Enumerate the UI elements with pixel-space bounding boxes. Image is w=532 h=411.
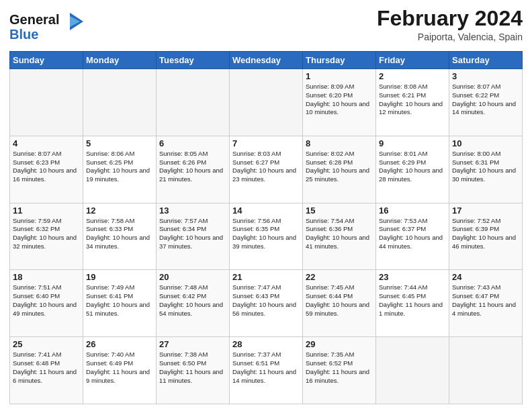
day-info: Sunrise: 7:44 AM Sunset: 6:45 PM Dayligh… — [379, 283, 446, 318]
day-number: 16 — [379, 205, 446, 216]
day-info: Sunrise: 8:09 AM Sunset: 6:20 PM Dayligh… — [306, 83, 373, 117]
header: General Blue February 2024 Paiporta, Val… — [9, 7, 523, 47]
day-number: 7 — [232, 138, 300, 148]
calendar-cell: 13Sunrise: 7:57 AM Sunset: 6:34 PM Dayli… — [157, 203, 230, 270]
calendar-cell: 24Sunrise: 7:43 AM Sunset: 6:47 PM Dayli… — [449, 270, 523, 337]
day-number: 10 — [452, 138, 519, 148]
day-info: Sunrise: 7:49 AM Sunset: 6:41 PM Dayligh… — [86, 283, 153, 318]
weekday-header: Monday — [83, 52, 157, 69]
calendar-cell: 6Sunrise: 8:05 AM Sunset: 6:26 PM Daylig… — [157, 136, 230, 203]
weekday-header: Tuesday — [157, 52, 230, 69]
day-info: Sunrise: 7:41 AM Sunset: 6:48 PM Dayligh… — [13, 351, 80, 385]
day-info: Sunrise: 7:43 AM Sunset: 6:47 PM Dayligh… — [452, 283, 519, 318]
calendar-cell: 28Sunrise: 7:37 AM Sunset: 6:51 PM Dayli… — [230, 337, 303, 404]
calendar-cell: 3Sunrise: 8:07 AM Sunset: 6:22 PM Daylig… — [449, 69, 523, 136]
day-info: Sunrise: 7:35 AM Sunset: 6:52 PM Dayligh… — [306, 351, 373, 385]
day-info: Sunrise: 7:45 AM Sunset: 6:44 PM Dayligh… — [306, 283, 373, 318]
calendar-cell: 10Sunrise: 8:00 AM Sunset: 6:31 PM Dayli… — [449, 136, 523, 203]
calendar-table: SundayMondayTuesdayWednesdayThursdayFrid… — [9, 51, 523, 404]
day-number: 26 — [86, 339, 153, 349]
calendar-cell — [83, 69, 157, 136]
day-info: Sunrise: 8:07 AM Sunset: 6:22 PM Dayligh… — [452, 83, 519, 117]
day-number: 21 — [232, 272, 300, 282]
day-info: Sunrise: 7:53 AM Sunset: 6:37 PM Dayligh… — [379, 217, 446, 251]
day-number: 4 — [13, 138, 80, 148]
day-info: Sunrise: 7:48 AM Sunset: 6:42 PM Dayligh… — [159, 283, 226, 318]
calendar-cell: 25Sunrise: 7:41 AM Sunset: 6:48 PM Dayli… — [10, 337, 83, 404]
calendar-cell — [157, 69, 230, 136]
logo-svg: General Blue — [9, 9, 83, 44]
weekday-header: Sunday — [10, 52, 83, 69]
calendar-cell: 11Sunrise: 7:59 AM Sunset: 6:32 PM Dayli… — [10, 203, 83, 270]
day-number: 6 — [159, 138, 226, 148]
weekday-header: Thursday — [303, 52, 376, 69]
day-number: 11 — [13, 205, 80, 216]
day-number: 25 — [13, 339, 80, 349]
day-number: 19 — [86, 272, 153, 282]
day-number: 15 — [306, 205, 373, 216]
calendar-cell: 2Sunrise: 8:08 AM Sunset: 6:21 PM Daylig… — [376, 69, 449, 136]
day-info: Sunrise: 7:54 AM Sunset: 6:36 PM Dayligh… — [306, 217, 373, 251]
calendar-cell: 29Sunrise: 7:35 AM Sunset: 6:52 PM Dayli… — [303, 337, 376, 404]
day-info: Sunrise: 8:05 AM Sunset: 6:26 PM Dayligh… — [159, 150, 226, 184]
day-info: Sunrise: 8:00 AM Sunset: 6:31 PM Dayligh… — [452, 150, 519, 184]
calendar-cell: 21Sunrise: 7:47 AM Sunset: 6:43 PM Dayli… — [230, 270, 303, 337]
main-title: February 2024 — [377, 7, 523, 30]
day-number: 8 — [306, 138, 373, 148]
calendar-week-row: 18Sunrise: 7:51 AM Sunset: 6:40 PM Dayli… — [10, 270, 523, 337]
logo-text: General Blue — [9, 9, 83, 47]
weekday-header: Wednesday — [230, 52, 303, 69]
day-number: 27 — [159, 339, 226, 349]
day-info: Sunrise: 7:47 AM Sunset: 6:43 PM Dayligh… — [232, 283, 300, 318]
day-info: Sunrise: 8:01 AM Sunset: 6:29 PM Dayligh… — [379, 150, 446, 184]
calendar-week-row: 11Sunrise: 7:59 AM Sunset: 6:32 PM Dayli… — [10, 203, 523, 270]
day-info: Sunrise: 7:57 AM Sunset: 6:34 PM Dayligh… — [159, 217, 226, 251]
calendar-cell: 5Sunrise: 8:06 AM Sunset: 6:25 PM Daylig… — [83, 136, 157, 203]
day-info: Sunrise: 8:06 AM Sunset: 6:25 PM Dayligh… — [86, 150, 153, 184]
day-info: Sunrise: 7:52 AM Sunset: 6:39 PM Dayligh… — [452, 217, 519, 251]
calendar-cell: 27Sunrise: 7:38 AM Sunset: 6:50 PM Dayli… — [157, 337, 230, 404]
day-number: 14 — [232, 205, 300, 216]
day-number: 23 — [379, 272, 446, 282]
page: General Blue February 2024 Paiporta, Val… — [0, 0, 532, 411]
day-info: Sunrise: 7:40 AM Sunset: 6:49 PM Dayligh… — [86, 351, 153, 385]
weekday-header: Saturday — [449, 52, 523, 69]
day-info: Sunrise: 7:38 AM Sunset: 6:50 PM Dayligh… — [159, 351, 226, 385]
day-info: Sunrise: 7:58 AM Sunset: 6:33 PM Dayligh… — [86, 217, 153, 251]
calendar-cell — [376, 337, 449, 404]
day-number: 9 — [379, 138, 446, 148]
day-number: 3 — [452, 71, 519, 81]
calendar-cell: 12Sunrise: 7:58 AM Sunset: 6:33 PM Dayli… — [83, 203, 157, 270]
calendar-header-row: SundayMondayTuesdayWednesdayThursdayFrid… — [10, 52, 523, 69]
calendar-cell: 4Sunrise: 8:07 AM Sunset: 6:23 PM Daylig… — [10, 136, 83, 203]
calendar-cell: 8Sunrise: 8:02 AM Sunset: 6:28 PM Daylig… — [303, 136, 376, 203]
day-number: 28 — [232, 339, 300, 349]
calendar-cell: 16Sunrise: 7:53 AM Sunset: 6:37 PM Dayli… — [376, 203, 449, 270]
day-info: Sunrise: 7:56 AM Sunset: 6:35 PM Dayligh… — [232, 217, 300, 251]
calendar-cell: 23Sunrise: 7:44 AM Sunset: 6:45 PM Dayli… — [376, 270, 449, 337]
calendar-cell: 19Sunrise: 7:49 AM Sunset: 6:41 PM Dayli… — [83, 270, 157, 337]
day-info: Sunrise: 7:37 AM Sunset: 6:51 PM Dayligh… — [232, 351, 300, 385]
logo: General Blue — [9, 9, 83, 47]
svg-text:General: General — [9, 12, 59, 27]
calendar-week-row: 25Sunrise: 7:41 AM Sunset: 6:48 PM Dayli… — [10, 337, 523, 404]
calendar-cell: 17Sunrise: 7:52 AM Sunset: 6:39 PM Dayli… — [449, 203, 523, 270]
calendar-cell: 7Sunrise: 8:03 AM Sunset: 6:27 PM Daylig… — [230, 136, 303, 203]
calendar-cell: 18Sunrise: 7:51 AM Sunset: 6:40 PM Dayli… — [10, 270, 83, 337]
day-number: 29 — [306, 339, 373, 349]
day-number: 12 — [86, 205, 153, 216]
title-block: February 2024 Paiporta, Valencia, Spain — [377, 7, 523, 42]
calendar-cell: 20Sunrise: 7:48 AM Sunset: 6:42 PM Dayli… — [157, 270, 230, 337]
day-number: 5 — [86, 138, 153, 148]
subtitle: Paiporta, Valencia, Spain — [377, 32, 523, 42]
day-info: Sunrise: 7:59 AM Sunset: 6:32 PM Dayligh… — [13, 217, 80, 251]
day-number: 20 — [159, 272, 226, 282]
calendar-cell: 14Sunrise: 7:56 AM Sunset: 6:35 PM Dayli… — [230, 203, 303, 270]
day-number: 24 — [452, 272, 519, 282]
svg-text:Blue: Blue — [9, 27, 38, 42]
weekday-header: Friday — [376, 52, 449, 69]
day-info: Sunrise: 8:08 AM Sunset: 6:21 PM Dayligh… — [379, 83, 446, 117]
day-number: 2 — [379, 71, 446, 81]
day-number: 13 — [159, 205, 226, 216]
calendar-week-row: 4Sunrise: 8:07 AM Sunset: 6:23 PM Daylig… — [10, 136, 523, 203]
